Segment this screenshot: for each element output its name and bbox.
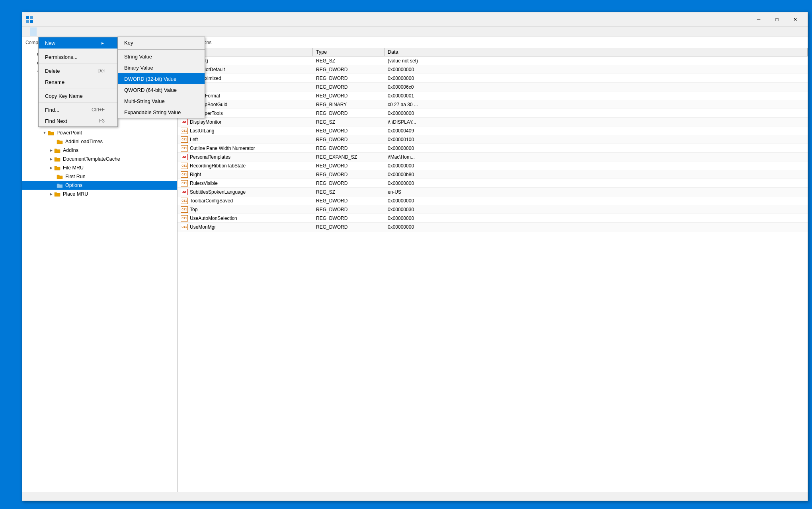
edit-menu-dropdown: New ► Key String Value Binary Value (38, 37, 118, 127)
table-row[interactable]: 011 Outline Pane Width Numerator REG_DWO… (178, 144, 808, 153)
new-dword-value[interactable]: DWORD (32-bit) Value (118, 73, 205, 84)
title-bar-controls: ─ □ ✕ (750, 14, 804, 25)
cell-data: (value not set) (385, 58, 808, 64)
cell-type: REG_DWORD (313, 67, 385, 72)
tree-item-addins[interactable]: ▶ AddIns (22, 146, 177, 155)
cell-name: ab DisplayMonitor (178, 119, 313, 125)
tree-label: AddIns (63, 148, 78, 153)
reg-type-icon: 011 (181, 215, 188, 221)
value-name: PersonalTemplates (190, 154, 230, 160)
expand-icon: ▶ (48, 147, 54, 153)
new-string-value[interactable]: String Value (118, 51, 205, 62)
menu-edit-permissions[interactable]: Permissions... (39, 51, 117, 62)
menu-edit-rename[interactable]: Rename (39, 76, 117, 87)
details-rows: ab (Default) REG_SZ (value not set) 011 … (178, 56, 808, 231)
menu-edit-find-next[interactable]: Find Next F3 (39, 115, 117, 126)
new-binary-value[interactable]: Binary Value (118, 62, 205, 73)
table-row[interactable]: 011 Right REG_DWORD 0x00000b80 (178, 170, 808, 179)
minimize-button[interactable]: ─ (750, 14, 768, 25)
reg-type-icon: 011 (181, 128, 188, 134)
value-name: RulersVisible (190, 181, 218, 186)
cell-type: REG_EXPAND_SZ (313, 154, 385, 160)
maximize-button[interactable]: □ (768, 14, 786, 25)
new-key[interactable]: Key (118, 37, 205, 48)
tree-item-first-run[interactable]: First Run (22, 172, 177, 181)
table-row[interactable]: 011 RecordingRibbonTabState REG_DWORD 0x… (178, 161, 808, 170)
menu-edit-find[interactable]: Find... Ctrl+F (39, 104, 117, 115)
new-submenu: Key String Value Binary Value DWORD (32-… (117, 37, 205, 118)
table-row[interactable]: 011 Top REG_DWORD 0x00000030 (178, 205, 808, 214)
menu-favorites[interactable] (43, 27, 49, 36)
menu-file[interactable] (24, 27, 30, 36)
value-name: Top (190, 207, 197, 212)
table-row[interactable]: ab (Default) REG_SZ (value not set) (178, 56, 808, 65)
folder-icon (54, 191, 61, 197)
table-row[interactable]: ab SubtitlesSpokenLanguage REG_SZ en-US (178, 188, 808, 196)
cell-type: REG_DWORD (313, 216, 385, 221)
col-header-data[interactable]: Data (385, 48, 808, 56)
table-row[interactable]: 011 LastUILang REG_DWORD 0x00000409 (178, 126, 808, 135)
separator2 (39, 64, 117, 64)
new-expandable-string[interactable]: Expandable String Value (118, 107, 205, 118)
menu-edit-copy-key-name[interactable]: Copy Key Name (39, 90, 117, 101)
cell-type: REG_DWORD (313, 224, 385, 230)
cell-name: ab SubtitlesSpokenLanguage (178, 189, 313, 195)
menu-edit-new[interactable]: New ► (39, 37, 117, 49)
table-row[interactable]: 011 DefaultFormat REG_DWORD 0x00000001 (178, 91, 808, 100)
menu-edit[interactable] (30, 27, 37, 36)
tree-label: First Run (65, 174, 86, 179)
reg-type-icon: ab (181, 119, 188, 125)
reg-type-icon: 011 (181, 180, 188, 187)
tree-item-options[interactable]: Options (22, 181, 177, 190)
cell-data: 0x00000b80 (385, 172, 808, 177)
reg-type-icon: 011 (181, 198, 188, 204)
cell-name: ab PersonalTemplates (178, 154, 313, 160)
new-multi-string[interactable]: Multi-String Value (118, 95, 205, 107)
cell-name: 011 Outline Pane Width Numerator (178, 145, 313, 152)
menu-edit-delete[interactable]: Delete Del (39, 65, 117, 76)
close-button[interactable]: ✕ (786, 14, 804, 25)
table-row[interactable]: 011 RulersVisible REG_DWORD 0x00000000 (178, 179, 808, 188)
col-header-type[interactable]: Type (313, 48, 385, 56)
tree-item-file-mru[interactable]: ▶ File MRU (22, 163, 177, 172)
table-row[interactable]: ab PersonalTemplates REG_EXPAND_SZ \\Mac… (178, 153, 808, 161)
folder-icon (54, 147, 61, 153)
table-row[interactable]: 011 AlertIfNotDefault REG_DWORD 0x000000… (178, 65, 808, 74)
title-bar: ─ □ ✕ (22, 12, 808, 27)
menu-help[interactable] (49, 27, 56, 36)
cell-name: 011 Right (178, 171, 313, 178)
cell-data: 0x00000000 (385, 67, 808, 72)
table-row[interactable]: 011 DeveloperTools REG_DWORD 0x00000000 (178, 109, 808, 118)
new-qword-value[interactable]: QWORD (64-bit) Value (118, 84, 205, 95)
tree-item-powerpoint[interactable]: ▼ PowerPoint (22, 128, 177, 137)
new-menu-item-wrapper: New ► Key String Value Binary Value (39, 37, 117, 49)
tree-label: Place MRU (63, 191, 88, 197)
tree-item-place-mru[interactable]: ▶ Place MRU (22, 190, 177, 198)
folder-icon (48, 130, 55, 136)
menu-view[interactable] (37, 27, 43, 36)
cell-data: 0x00000000 (385, 76, 808, 81)
table-row[interactable]: 011 DesktopBootGuid REG_BINARY c0 27 aa … (178, 100, 808, 109)
reg-type-icon: 011 (181, 163, 188, 169)
table-row[interactable]: 011 Left REG_DWORD 0x00000100 (178, 135, 808, 144)
folder-icon (57, 173, 64, 180)
cell-data: 0x00000000 (385, 146, 808, 151)
table-row[interactable]: 011 UseAutoMonSelection REG_DWORD 0x0000… (178, 214, 808, 223)
expand-icon: ▶ (48, 156, 54, 162)
cell-name: 011 Top (178, 206, 313, 213)
table-row[interactable]: 011 Bottom REG_DWORD 0x000006c0 (178, 83, 808, 91)
table-row[interactable]: 011 AppMaximized REG_DWORD 0x00000000 (178, 74, 808, 83)
value-name: SubtitlesSpokenLanguage (190, 189, 246, 195)
cell-type: REG_DWORD (313, 207, 385, 212)
table-row[interactable]: 011 ToolbarConfigSaved REG_DWORD 0x00000… (178, 196, 808, 205)
cell-type: REG_SZ (313, 58, 385, 64)
table-row[interactable]: ab DisplayMonitor REG_SZ \\.\DISPLAY... (178, 118, 808, 126)
details-header: Name Type Data (178, 48, 808, 56)
table-row[interactable]: 011 UseMonMgr REG_DWORD 0x00000000 (178, 223, 808, 231)
tree-item-documenttemplatecache[interactable]: ▶ DocumentTemplateCache (22, 155, 177, 163)
value-name: UseMonMgr (190, 224, 216, 230)
value-name: DisplayMonitor (190, 119, 221, 125)
separator3 (39, 89, 117, 89)
cell-type: REG_DWORD (313, 198, 385, 204)
tree-item-addinloadtimes[interactable]: AddInLoadTimes (22, 137, 177, 146)
